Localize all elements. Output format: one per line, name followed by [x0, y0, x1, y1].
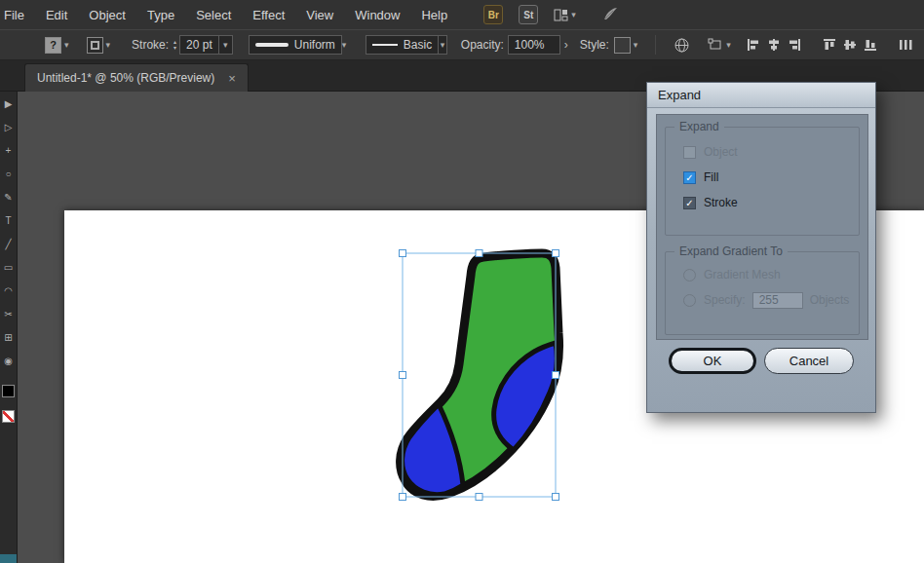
feather-icon[interactable]	[601, 6, 619, 24]
stroke-label: Stroke	[704, 196, 738, 209]
style-label: Style:	[580, 38, 609, 52]
option-fill[interactable]: ✓ Fill	[666, 165, 859, 190]
type-tool[interactable]: T	[1, 213, 17, 228]
step-down-icon[interactable]: ▾	[173, 45, 176, 51]
opacity-label: Opacity:	[461, 38, 504, 52]
tool-panel: ▶ ▷ + ○ ✎ T ╱ ▭ ◠ ✂ ⊞ ◉	[0, 92, 18, 563]
chevron-down-icon[interactable]: ▾	[341, 36, 347, 54]
menu-select[interactable]: Select	[185, 8, 242, 22]
document-tab-title: Untitled-1* @ 50% (RGB/Preview)	[37, 71, 214, 85]
align-middle-button[interactable]	[843, 38, 857, 52]
stroke-label: Stroke:	[132, 38, 169, 52]
workspace-grid-icon	[554, 9, 568, 21]
align-top-button[interactable]	[823, 38, 836, 52]
document-setup-globe-icon[interactable]	[674, 37, 690, 54]
menu-object[interactable]: Object	[78, 8, 136, 22]
brush-combo[interactable]: Basic ▾	[366, 35, 447, 55]
expand-dialog: Expand Expand Object ✓ Fill ✓ Stroke Exp…	[646, 82, 876, 413]
grid-tool[interactable]: ⊞	[1, 330, 17, 345]
width-profile-preview	[255, 43, 289, 47]
option-stroke[interactable]: ✓ Stroke	[666, 190, 859, 215]
chevron-down-icon[interactable]: ▾	[106, 40, 111, 50]
fill-checkbox[interactable]: ✓	[683, 171, 696, 184]
magic-wand-tool[interactable]: +	[1, 143, 17, 158]
illustrator-window: File Edit Object Type Select Effect View…	[0, 0, 924, 563]
stock-icon[interactable]: St	[519, 5, 538, 24]
selection-tool[interactable]: ▶	[1, 96, 17, 111]
stroke-swatch-inner	[91, 41, 99, 50]
ok-button[interactable]: OK	[669, 348, 756, 374]
opacity-panel-arrow-icon[interactable]: ›	[564, 38, 568, 52]
menu-help[interactable]: Help	[410, 8, 458, 22]
opacity-combo[interactable]: 100%	[508, 35, 560, 55]
bridge-icon[interactable]: Br	[483, 5, 503, 24]
gradient-group-label: Expand Gradient To	[674, 244, 788, 258]
option-specify: Specify: 255 Objects	[666, 287, 859, 313]
appearance-swatch[interactable]: ?	[45, 37, 61, 54]
object-label: Object	[704, 145, 738, 159]
stroke-weight-stepper[interactable]: ▴ ▾	[173, 39, 176, 51]
close-icon[interactable]: ×	[228, 71, 236, 86]
lasso-tool[interactable]: ○	[1, 167, 17, 181]
expand-group: Expand Object ✓ Fill ✓ Stroke	[665, 127, 860, 236]
specify-input: 255	[752, 292, 803, 309]
rectangle-tool[interactable]: ▭	[1, 260, 17, 275]
scissors-tool[interactable]: ✂	[1, 307, 17, 321]
menu-window[interactable]: Window	[344, 8, 410, 22]
menu-view[interactable]: View	[295, 8, 344, 22]
style-swatch[interactable]	[614, 37, 631, 54]
specify-label: Specify:	[704, 293, 746, 307]
screen-mode-button[interactable]	[0, 554, 17, 563]
stroke-weight-combo[interactable]: 20 pt ▾	[179, 35, 233, 55]
opacity-value: 100%	[509, 38, 551, 52]
menu-bar: File Edit Object Type Select Effect View…	[0, 0, 924, 29]
objects-label: Objects	[810, 293, 850, 307]
specify-radio	[683, 294, 696, 307]
dialog-buttons: OK Cancel	[647, 348, 875, 374]
menu-edit[interactable]: Edit	[35, 8, 78, 22]
gradient-group: Expand Gradient To Gradient Mesh Specify…	[665, 251, 860, 335]
gradient-mesh-radio	[683, 269, 696, 282]
brush-preview	[372, 44, 398, 46]
width-profile-value: Uniform	[289, 38, 341, 52]
brush-value: Basic	[398, 38, 438, 52]
align-center-button[interactable]	[767, 38, 781, 52]
menu-type[interactable]: Type	[136, 8, 185, 22]
chevron-down-icon[interactable]: ▾	[634, 40, 638, 50]
stroke-weight-value: 20 pt	[180, 38, 218, 52]
control-bar: ? ▾ ▾ Stroke: ▴ ▾ 20 pt ▾ Uniform ▾ Basi…	[0, 29, 924, 60]
cancel-button[interactable]: Cancel	[764, 348, 854, 374]
chevron-down-icon[interactable]: ▾	[218, 36, 232, 54]
fill-label: Fill	[704, 170, 718, 184]
arc-tool[interactable]: ◠	[1, 283, 17, 298]
option-object: Object	[666, 139, 859, 165]
chevron-down-icon: ▾	[726, 40, 731, 50]
line-tool[interactable]: ╱	[1, 237, 17, 251]
chevron-down-icon: ▾	[571, 10, 576, 19]
option-gradient-mesh: Gradient Mesh	[666, 262, 859, 287]
direct-selection-tool[interactable]: ▷	[1, 120, 17, 134]
stroke-none-chip[interactable]	[2, 410, 15, 423]
stroke-color-swatch[interactable]	[87, 37, 103, 54]
align-right-button[interactable]	[788, 38, 801, 52]
transform-icon[interactable]: ▾	[708, 38, 731, 52]
document-tab[interactable]: Untitled-1* @ 50% (RGB/Preview) ×	[24, 63, 249, 92]
chevron-down-icon[interactable]: ▾	[438, 36, 446, 54]
align-buttons	[747, 38, 912, 52]
width-profile-combo[interactable]: Uniform ▾	[249, 35, 342, 55]
dialog-titlebar[interactable]: Expand	[647, 83, 875, 108]
gradient-mesh-label: Gradient Mesh	[704, 268, 781, 282]
distribute-button[interactable]	[899, 38, 912, 52]
stroke-checkbox[interactable]: ✓	[683, 197, 696, 209]
menu-effect[interactable]: Effect	[242, 8, 295, 22]
fill-color-chip[interactable]	[2, 385, 15, 397]
align-left-button[interactable]	[747, 38, 760, 52]
chevron-down-icon[interactable]: ▾	[64, 40, 69, 50]
menu-file[interactable]: File	[0, 8, 35, 22]
expand-group-label: Expand	[674, 120, 724, 133]
zoom-tool[interactable]: ◉	[1, 354, 17, 368]
align-bottom-button[interactable]	[864, 38, 877, 52]
pen-tool[interactable]: ✎	[1, 190, 17, 205]
workspace-switcher[interactable]: ▾	[554, 9, 576, 21]
divider	[655, 35, 656, 55]
